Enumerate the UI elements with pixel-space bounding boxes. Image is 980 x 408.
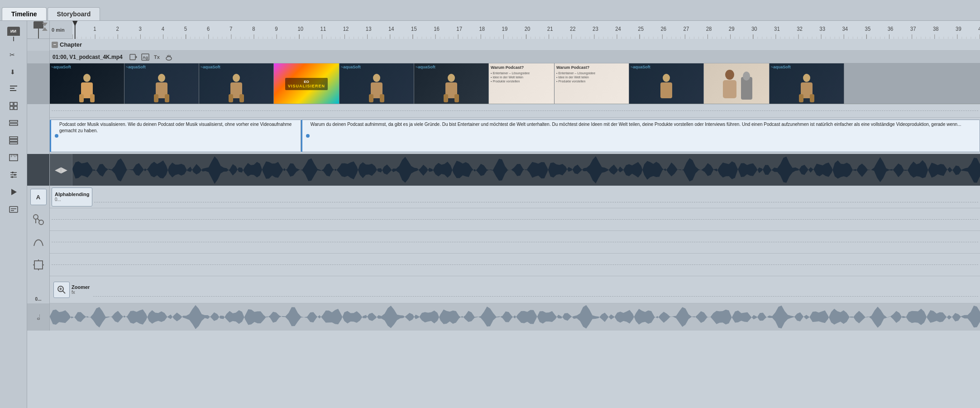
video-track-label: 01:00, V1_podcast_4K.mp4: [53, 54, 123, 60]
split-tool-btn[interactable]: ✂: [3, 46, 24, 62]
svg-marker-25: [11, 189, 17, 195]
svg-text:⬇: ⬇: [10, 68, 15, 76]
caption-btn[interactable]: [3, 201, 24, 217]
video-icon-4[interactable]: [164, 53, 173, 62]
thumbnail-8: Warum Podcast? • Entertainer – Lösungsid…: [555, 63, 629, 104]
bottom-audio-value: 0...: [35, 313, 42, 321]
video-thumbnails-row: ~aquaSoft: [27, 63, 980, 104]
svg-line-315: [37, 218, 40, 221]
align-btn[interactable]: [3, 81, 24, 97]
alphablending-track: Alphablending 0...: [50, 186, 980, 208]
transform-icon: [30, 257, 47, 273]
video-icon-3[interactable]: Tx: [153, 53, 162, 62]
svg-point-307: [743, 72, 750, 81]
svg-text:4: 4: [162, 26, 165, 32]
svg-text:33: 33: [819, 26, 825, 32]
video-icon-2[interactable]: Ag: [141, 53, 150, 62]
svg-rect-317: [34, 261, 43, 269]
svg-text:37: 37: [910, 26, 916, 32]
svg-text:31: 31: [774, 26, 780, 32]
subtitle-text-2: Warum du deinen Podcast aufnimmst, da gi…: [311, 121, 978, 128]
curve-empty: [52, 242, 978, 242]
svg-marker-274: [136, 56, 137, 58]
svg-text:11: 11: [320, 26, 326, 32]
svg-rect-297: [380, 94, 384, 102]
zoomer-empty: [93, 296, 978, 297]
tab-storyboard[interactable]: Storyboard: [48, 7, 100, 20]
svg-text:34: 34: [842, 26, 848, 32]
svg-rect-305: [723, 80, 736, 98]
audio-track-row: ◀▶: [27, 154, 980, 186]
tracks-container[interactable]: − Chapter 01:00, V1_podcast_4K.mp4 Ag: [27, 39, 980, 408]
svg-rect-273: [130, 54, 135, 60]
subtitle-block-2[interactable]: Warum du deinen Podcast aufnimmst, da gi…: [301, 120, 980, 152]
subtitle-track[interactable]: Podcast oder Musik visualisieren. Wie du…: [50, 118, 980, 154]
zoomer-fx: fx: [72, 290, 90, 295]
svg-rect-292: [229, 94, 233, 102]
svg-line-323: [62, 291, 65, 293]
svg-text:39: 39: [956, 26, 961, 32]
thumbnail-10: [704, 63, 770, 104]
svg-point-286: [158, 74, 165, 82]
clip-track-row: [27, 208, 980, 231]
curve-icon: [30, 234, 47, 250]
svg-text:✂: ✂: [10, 51, 15, 58]
svg-text:30: 30: [751, 26, 757, 32]
clip-empty: [52, 219, 978, 220]
svg-text:20: 20: [525, 26, 531, 32]
layer2-btn[interactable]: [3, 132, 24, 149]
timeline-area: 0 min 1234567891011121314151617181920212…: [27, 21, 980, 408]
curve-label: [27, 231, 50, 254]
svg-rect-285: [90, 94, 95, 102]
clip-icon: [30, 211, 47, 228]
alphablending-icon: A: [30, 189, 47, 205]
layer-btn[interactable]: [3, 115, 24, 131]
svg-text:38: 38: [933, 26, 939, 32]
audio-label: [27, 154, 50, 186]
gap-label: [27, 104, 50, 118]
down-arrow-btn[interactable]: ⬇: [3, 63, 24, 80]
ruler-btn[interactable]: [3, 149, 24, 166]
alphablending-block[interactable]: Alphablending 0...: [52, 187, 92, 206]
thumbnail-7: Warum Podcast? • Entertainer – Lösungsid…: [489, 63, 555, 104]
grid-btn[interactable]: [3, 98, 24, 114]
svg-text:18: 18: [479, 26, 485, 32]
chapter-label: Chapter: [60, 41, 82, 48]
transform-track-row: [27, 254, 980, 276]
chapter-collapse-btn[interactable]: −: [52, 42, 58, 48]
svg-rect-289: [165, 94, 169, 102]
svg-text:13: 13: [366, 26, 372, 32]
svg-text:36: 36: [888, 26, 894, 32]
audio-track: ◀▶: [50, 154, 980, 186]
svg-rect-301: [454, 94, 459, 102]
curve-track: [50, 231, 980, 254]
tab-timeline[interactable]: Timeline: [2, 7, 47, 20]
play-btn[interactable]: [3, 184, 24, 200]
svg-point-298: [448, 74, 455, 82]
svg-point-282: [83, 74, 91, 82]
svg-text:9: 9: [275, 26, 277, 32]
svg-text:2: 2: [116, 26, 119, 32]
svg-text:25: 25: [638, 26, 644, 32]
mix-btn[interactable]: [3, 167, 24, 183]
audio-arrow[interactable]: ◀▶: [50, 154, 72, 186]
svg-text:40: 40: [978, 26, 980, 32]
video-header-row: 01:00, V1_podcast_4K.mp4 Ag Tx: [27, 51, 980, 63]
curve-track-row: [27, 231, 980, 254]
svg-rect-6: [14, 102, 17, 106]
thumbnail-1: ~aquaSoft: [50, 63, 124, 104]
zoomer-value: 0...: [35, 297, 42, 302]
video-thumbnails-track[interactable]: ~aquaSoft: [50, 63, 980, 104]
video-icon-1[interactable]: [129, 53, 138, 62]
ruler-area: 0 min 1234567891011121314151617181920212…: [27, 21, 980, 39]
svg-point-290: [233, 74, 240, 82]
svg-rect-3: [10, 88, 14, 89]
bottom-audio-label: 0...: [27, 303, 50, 331]
subtitle-handle-1[interactable]: [55, 134, 58, 138]
svg-rect-14: [10, 154, 18, 161]
subtitle-block-1[interactable]: Podcast oder Musik visualisieren. Wie du…: [50, 120, 301, 152]
subtitle-handle-2[interactable]: [306, 134, 310, 138]
svg-text:26: 26: [660, 26, 666, 32]
thumbnail-9: ~aquaSoft: [629, 63, 704, 104]
bottom-waveform-svg: [50, 303, 980, 331]
